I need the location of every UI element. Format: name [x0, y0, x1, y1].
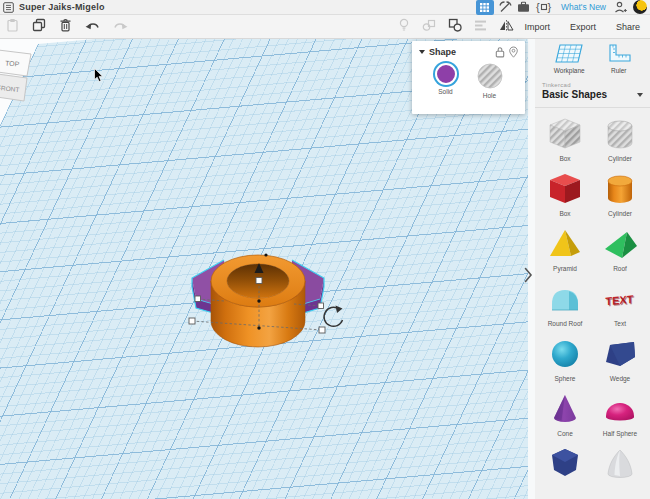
roof-thumb — [600, 224, 640, 264]
main-toolbar: Import Export Share — [0, 15, 650, 39]
codeblocks-icon[interactable]: {} — [535, 0, 553, 15]
category-brand: Tinkercad — [542, 82, 643, 88]
sphere-thumb — [545, 334, 585, 374]
box-thumb — [545, 169, 585, 209]
shapes-panel: Workplane Ruler Tinkercad Basic Shapes — [535, 39, 650, 499]
titlebar: Super Jaiks-Migelo {} What's New — [0, 0, 650, 15]
shape-item-wedge[interactable]: Wedge — [597, 334, 643, 383]
shape-item-round-roof[interactable]: Round Roof — [542, 279, 588, 328]
briefcase-icon[interactable] — [517, 0, 530, 15]
text-thumb: TEXT TEXT — [600, 279, 640, 319]
shape-label: Roof — [613, 265, 627, 273]
shape-item-cone[interactable]: Cone — [542, 389, 588, 438]
grid-view-button[interactable] — [476, 0, 494, 15]
ruler-label: Ruler — [611, 67, 627, 74]
shape-label: Cylinder — [608, 210, 632, 218]
half-sphere-thumb — [600, 389, 640, 429]
design-title[interactable]: Super Jaiks-Migelo — [19, 2, 105, 12]
shape-label: Cone — [557, 430, 573, 438]
svg-text:}: } — [547, 1, 551, 13]
add-person-icon[interactable] — [614, 0, 628, 15]
pyramid-thumb — [545, 224, 585, 264]
shape-item-box[interactable]: Box — [542, 169, 588, 218]
shape-label: Box — [559, 155, 570, 163]
shape-item-box-hole[interactable]: Box — [542, 114, 588, 163]
shape-item-half-sphere[interactable]: Half Sphere — [597, 389, 643, 438]
shape-category: Tinkercad Basic Shapes — [535, 74, 650, 102]
shape-inspector-body: Solid Hole — [412, 63, 525, 99]
lock-icon[interactable] — [495, 46, 505, 58]
delete-icon[interactable] — [59, 18, 72, 36]
shape-label: Box — [559, 210, 570, 218]
shape-item-cylinder-hole[interactable]: Cylinder — [597, 114, 643, 163]
grid-icon — [480, 3, 489, 12]
chevron-down-icon — [637, 93, 643, 97]
box-hole-thumb — [545, 114, 585, 154]
whats-new-link[interactable]: What's New — [561, 2, 606, 12]
shape-inspector-title: Shape — [429, 47, 491, 57]
panel-collapse-button[interactable] — [523, 266, 534, 288]
shape-label: Cylinder — [608, 155, 632, 163]
hole-option[interactable]: Hole — [477, 63, 503, 99]
shape-item-text[interactable]: TEXT TEXT Text — [597, 279, 643, 328]
solid-swatch — [435, 63, 457, 85]
workplane-label: Workplane — [554, 67, 585, 74]
helper-tools-row: Workplane Ruler — [535, 39, 650, 74]
shape-label: Pyramid — [553, 265, 577, 273]
export-button[interactable]: Export — [570, 22, 596, 32]
align-icon[interactable] — [474, 18, 487, 36]
solid-option[interactable]: Solid — [435, 63, 457, 99]
hole-swatch — [477, 63, 503, 89]
ungroup-icon[interactable] — [448, 18, 462, 36]
rotate-handle[interactable] — [324, 306, 342, 327]
collapse-caret-icon[interactable] — [419, 50, 425, 54]
shape-inspector-header: Shape — [412, 41, 525, 60]
import-button[interactable]: Import — [524, 22, 550, 32]
view-cube[interactable]: TOP FRONT — [0, 41, 42, 113]
design-menu-icon[interactable] — [3, 0, 14, 15]
mirror-icon[interactable] — [499, 18, 514, 36]
workplane-icon — [553, 43, 585, 65]
shape-label: Wedge — [610, 375, 630, 383]
shape-label: Round Roof — [548, 320, 583, 328]
shape-item-polygon[interactable] — [542, 444, 588, 493]
cone-thumb — [545, 389, 585, 429]
ruler-icon — [606, 43, 632, 65]
cylinder-thumb — [600, 169, 640, 209]
group-icon[interactable] — [422, 18, 436, 36]
pin-icon[interactable] — [509, 46, 518, 58]
paste-icon[interactable] — [6, 18, 19, 36]
shape-grid: Box Cylinder Box — [535, 108, 650, 493]
redo-icon[interactable] — [113, 18, 128, 36]
shape-item-sphere[interactable]: Sphere — [542, 334, 588, 383]
polygon-thumb — [545, 444, 585, 484]
cylinder-hole-thumb — [600, 114, 640, 154]
shape-item-pyramid[interactable]: Pyramid — [542, 224, 588, 273]
category-value: Basic Shapes — [542, 89, 637, 100]
selected-model[interactable] — [180, 242, 350, 357]
shape-item-cylinder[interactable]: Cylinder — [597, 169, 643, 218]
category-dropdown[interactable]: Basic Shapes — [542, 89, 643, 100]
wedge-thumb — [600, 334, 640, 374]
shape-label: Half Sphere — [603, 430, 637, 438]
round-roof-thumb — [545, 279, 585, 319]
viewcube-top-label: TOP — [5, 59, 20, 67]
share-button[interactable]: Share — [616, 22, 640, 32]
shape-label: Text — [614, 320, 626, 328]
undo-icon[interactable] — [85, 18, 100, 36]
lightbulb-icon[interactable] — [398, 18, 410, 36]
hole-label: Hole — [483, 92, 496, 99]
tools-icon[interactable] — [499, 0, 512, 15]
duplicate-icon[interactable] — [32, 18, 46, 36]
shape-inspector: Shape Solid Hole — [412, 41, 525, 114]
chevron-right-icon — [523, 266, 534, 284]
mouse-cursor — [94, 68, 104, 83]
shape-item-roof[interactable]: Roof — [597, 224, 643, 273]
ruler-tool[interactable]: Ruler — [606, 43, 632, 74]
shape-item-paraboloid[interactable] — [597, 444, 643, 493]
paraboloid-thumb — [600, 444, 640, 484]
svg-text:TEXT: TEXT — [606, 294, 634, 308]
workplane-tool[interactable]: Workplane — [553, 43, 585, 74]
user-avatar[interactable] — [633, 0, 647, 14]
solid-label: Solid — [438, 88, 452, 95]
